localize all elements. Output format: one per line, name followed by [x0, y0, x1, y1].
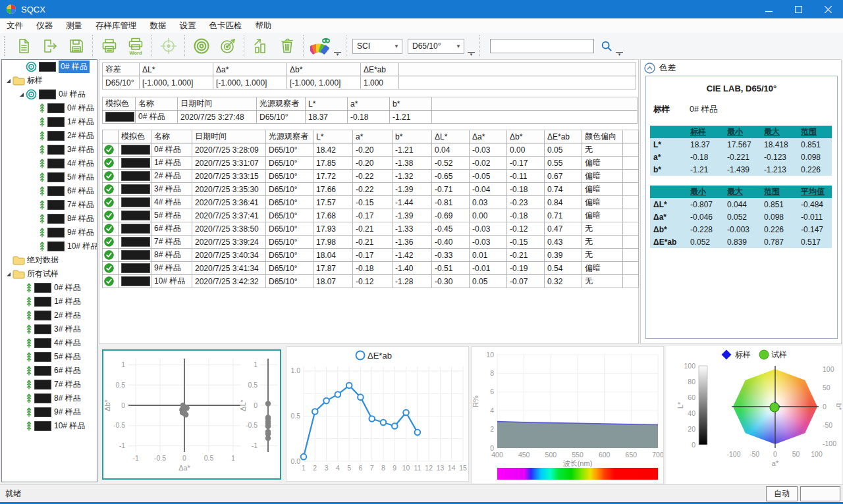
tree-expander-icon[interactable] — [18, 92, 26, 97]
chart-gamut-card[interactable]: 标样试样100806040200L*-100-50050100100500-50… — [666, 346, 842, 484]
tree-item-25[interactable]: 8# 样品 — [2, 391, 97, 405]
tree-item-9[interactable]: 5# 样品 — [2, 170, 97, 184]
arrow-icon — [26, 351, 32, 363]
table-row[interactable]: 0# 样品2020/7/25 3:27:48D65/10°18.37-0.18-… — [103, 111, 638, 124]
tree-expander-icon[interactable] — [5, 272, 13, 277]
auto-button[interactable]: 自动 — [766, 486, 798, 501]
table-row[interactable]: 7# 样品2020/7/25 3:39:24D65/10°17.98-0.21-… — [103, 236, 639, 249]
illuminant-select[interactable]: D65/10°▼ — [408, 39, 464, 54]
menu-item-7[interactable]: 色卡匹检 — [203, 18, 249, 33]
table-row[interactable]: 3# 样品2020/7/25 3:35:30D65/10°17.66-0.22-… — [103, 183, 639, 196]
tree-item-label: 8# 样品 — [54, 393, 81, 404]
tree-item-5[interactable]: 1# 样品 — [2, 115, 97, 129]
save-button[interactable] — [63, 34, 90, 58]
table-row[interactable]: 6# 样品2020/7/25 3:38:50D65/10°17.93-0.21-… — [103, 222, 639, 236]
table-row[interactable]: 8# 样品2020/7/25 3:40:34D65/10°18.04-0.17-… — [103, 249, 639, 262]
svg-text:400: 400 — [491, 451, 503, 459]
tree-item-6[interactable]: 2# 样品 — [2, 129, 97, 143]
collapse-icon[interactable] — [644, 63, 655, 74]
new-document-button[interactable] — [11, 34, 37, 58]
table-row[interactable]: 4# 样品2020/7/25 3:36:41D65/10°17.57-0.15-… — [103, 196, 639, 209]
toolbar-overflow-button[interactable]: ▾ — [334, 52, 341, 57]
search-input[interactable] — [490, 39, 594, 53]
export-button[interactable] — [37, 34, 63, 58]
toolbar-overflow-button[interactable]: ▾ — [616, 52, 623, 57]
tree-item-23[interactable]: 6# 样品 — [2, 364, 97, 378]
tree-item-10[interactable]: 6# 样品 — [2, 184, 97, 198]
table-row[interactable]: 10# 样品2020/7/25 3:42:32D65/10°18.07-0.12… — [103, 275, 639, 288]
menu-item-3[interactable]: 测量 — [59, 18, 89, 33]
menu-item-4[interactable]: 存样库管理 — [89, 18, 144, 33]
print-button[interactable] — [96, 34, 122, 58]
chart-button[interactable] — [248, 34, 274, 58]
tree-item-21[interactable]: 4# 样品 — [2, 336, 97, 350]
maximize-button[interactable] — [784, 0, 813, 18]
stats-cell: 17.567 — [724, 138, 761, 151]
table-row[interactable]: 0# 样品2020/7/25 3:28:09D65/10°18.42-0.20-… — [103, 143, 639, 157]
toolbar-overflow-button[interactable]: ▾ — [468, 52, 475, 57]
tree-item-19[interactable]: 2# 样品 — [2, 309, 97, 322]
chart-scatter-card[interactable]: -1-1-0.5-0.5000.50.511Δa*Δb*-1-0.500.51Δ… — [102, 349, 281, 480]
delete-button[interactable] — [274, 34, 300, 58]
column-header: ΔL* — [432, 130, 470, 143]
mode-select-value: SCI — [357, 41, 389, 51]
mode-select[interactable]: SCI▼ — [352, 39, 402, 54]
minimize-button[interactable] — [754, 0, 784, 18]
cell: -0.22 — [353, 183, 393, 196]
cell: 1.000 — [361, 76, 399, 89]
sample-table: 模拟色名称日期时间光源观察者L*a*b*ΔL*Δa*Δb*ΔE*ab颜色偏向0#… — [102, 130, 639, 288]
search-button[interactable] — [598, 38, 615, 55]
table-row[interactable]: 1# 样品2020/7/25 3:31:07D65/10°17.85-0.20-… — [103, 157, 639, 170]
close-button[interactable] — [813, 0, 843, 18]
tree-item-26[interactable]: 9# 样品 — [2, 405, 97, 419]
menu-item-2[interactable]: 仪器 — [30, 18, 59, 33]
menu-item-8[interactable]: 帮助 — [249, 18, 279, 33]
tree-item-18[interactable]: 1# 样品 — [2, 295, 97, 309]
tree-item-24[interactable]: 7# 样品 — [2, 378, 97, 391]
column-header — [623, 130, 639, 143]
table-row[interactable]: 2# 样品2020/7/25 3:33:15D65/10°17.72-0.22-… — [103, 170, 639, 183]
calibrate-button[interactable] — [155, 34, 182, 58]
tree-item-12[interactable]: 8# 样品 — [2, 212, 97, 226]
column-header: Δa* — [213, 63, 287, 76]
tree-item-1[interactable]: 0# 样品 — [2, 60, 97, 74]
tree-item-15[interactable]: 绝对数据 — [2, 253, 97, 267]
tree-item-4[interactable]: 0# 样品 — [2, 101, 97, 115]
cell: -0.23 — [507, 196, 545, 209]
chart-deltaE-card[interactable]: 1234567891011121314150.00.51.0ΔE*ab — [286, 346, 469, 482]
tree-item-7[interactable]: 3# 样品 — [2, 143, 97, 157]
cell: 0.71 — [545, 209, 582, 222]
menu-item-6[interactable]: 设置 — [173, 18, 203, 33]
table-row[interactable]: 9# 样品2020/7/25 3:41:34D65/10°17.87-0.18-… — [103, 262, 639, 275]
menu-item-5[interactable]: 数据 — [144, 18, 173, 33]
color-swatch — [47, 200, 65, 210]
tree-item-3[interactable]: 0# 样品 — [2, 88, 97, 101]
tree-item-27[interactable]: 10# 样品 — [2, 419, 97, 433]
tree-item-13[interactable]: 9# 样品 — [2, 226, 97, 239]
table-row[interactable]: 5# 样品2020/7/25 3:37:41D65/10°17.68-0.17-… — [103, 209, 639, 222]
print-word-button[interactable]: Word — [122, 34, 149, 58]
folder-icon — [13, 76, 25, 86]
tree-item-16[interactable]: 所有试样 — [2, 267, 97, 281]
tree-item-22[interactable]: 5# 样品 — [2, 350, 97, 364]
chart-spectral-card[interactable]: 0246810400450500550600650700R%波长(nm) — [472, 346, 664, 484]
svg-text:0: 0 — [121, 401, 125, 409]
color-match-button[interactable] — [307, 34, 333, 58]
sample-measure-button[interactable] — [215, 34, 241, 58]
tree-item-14[interactable]: 10# 样品 — [2, 239, 97, 253]
cell: -0.17 — [353, 249, 393, 262]
tree-expander-icon[interactable] — [5, 78, 13, 84]
tree-item-17[interactable]: 0# 样品 — [2, 281, 97, 295]
tree-item-2[interactable]: 标样 — [2, 74, 97, 88]
tree-item-20[interactable]: 3# 样品 — [2, 322, 97, 336]
cell: 无 — [582, 143, 623, 157]
folder-icon — [13, 255, 25, 265]
stats-cell: -0.003 — [724, 223, 761, 236]
tree-item-11[interactable]: 7# 样品 — [2, 198, 97, 212]
menu-item-1[interactable]: 文件 — [0, 18, 30, 33]
tree-item-8[interactable]: 4# 样品 — [2, 157, 97, 170]
standard-measure-button[interactable] — [188, 34, 215, 58]
cell: -0.40 — [432, 236, 470, 249]
table-row[interactable]: D65/10°[-1.000, 1.000][-1.000, 1.000][-1… — [103, 76, 636, 89]
color-swatch — [47, 186, 65, 196]
